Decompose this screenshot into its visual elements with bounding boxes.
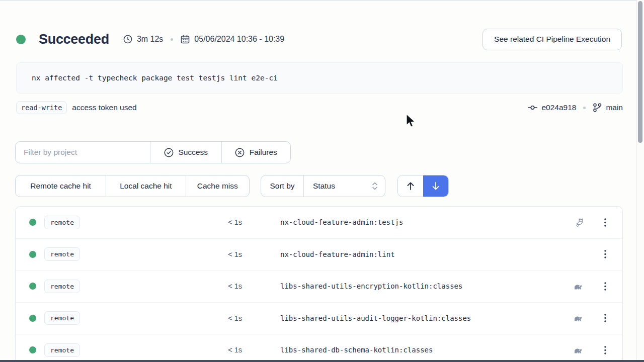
sort-field-select[interactable]: Status xyxy=(304,175,385,197)
status-dot xyxy=(29,251,36,258)
project-filter-input[interactable] xyxy=(16,142,150,163)
top-divider xyxy=(0,0,644,1)
success-filter-label: Success xyxy=(179,148,208,157)
task-row[interactable]: remote < 1s libs-shared-utils-encryption… xyxy=(16,270,622,303)
task-row[interactable]: remote < 1s nx-cloud-feature-admin:testj… xyxy=(16,207,622,239)
token-row: read-write access token used e024a918 ma… xyxy=(16,100,623,115)
task-name[interactable]: nx-cloud-feature-admin:lint xyxy=(280,250,395,258)
separator-dot xyxy=(171,38,173,41)
clock-icon xyxy=(123,35,132,44)
page-title: Succeeded xyxy=(39,32,109,47)
status-dot xyxy=(29,315,36,322)
task-name[interactable]: libs-shared-utils-audit-logger-kotlin:cl… xyxy=(280,314,471,322)
arrow-up-icon xyxy=(406,182,415,191)
cache-source-badge: remote xyxy=(44,216,80,229)
sort-ascending-button[interactable] xyxy=(398,175,423,197)
gradle-icon xyxy=(572,314,585,322)
scrollbar-track[interactable] xyxy=(636,0,644,360)
calendar-icon xyxy=(181,35,190,44)
task-row[interactable]: remote < 1s libs-shared-db-schema-kotlin… xyxy=(16,334,622,360)
run-header: Succeeded 3m 12s 05/06/2024 10:36 - 10:3… xyxy=(16,27,622,51)
task-duration: < 1s xyxy=(207,250,242,258)
row-menu-button[interactable] xyxy=(599,310,611,327)
task-row[interactable]: remote < 1s libs-shared-utils-audit-logg… xyxy=(16,303,622,335)
commit-hash[interactable]: e024a918 xyxy=(541,103,576,112)
commit-icon xyxy=(528,104,537,111)
run-duration: 3m 12s xyxy=(137,35,163,44)
task-duration: < 1s xyxy=(207,282,242,290)
run-command: nx affected -t typecheck package test te… xyxy=(16,62,623,94)
task-name[interactable]: nx-cloud-feature-admin:testjs xyxy=(280,218,403,226)
jest-icon xyxy=(572,217,585,228)
mouse-cursor xyxy=(406,114,417,131)
task-name[interactable]: libs-shared-utils-encryption-kotlin:clas… xyxy=(280,282,462,290)
arrow-down-icon xyxy=(431,182,440,191)
row-menu-button[interactable] xyxy=(599,278,611,295)
success-filter-button[interactable]: Success xyxy=(150,142,221,163)
cache-source-badge: remote xyxy=(44,247,80,261)
status-dot xyxy=(16,35,26,44)
access-token-badge: read-write xyxy=(16,101,67,114)
task-name[interactable]: libs-shared-db-schema-kotlin:classes xyxy=(280,346,433,354)
select-chevrons-icon xyxy=(372,182,378,190)
access-token-label: access token used xyxy=(72,103,136,112)
task-list: remote < 1s nx-cloud-feature-admin:testj… xyxy=(15,206,623,360)
run-date-range: 05/06/2024 10:36 - 10:39 xyxy=(194,35,284,44)
task-row[interactable]: remote < 1s nx-cloud-feature-admin:lint xyxy=(16,239,622,271)
failures-filter-label: Failures xyxy=(250,148,277,157)
branch-icon xyxy=(593,103,602,112)
failures-filter-button[interactable]: Failures xyxy=(222,142,290,163)
remote-cache-hit-button[interactable]: Remote cache hit xyxy=(16,175,106,197)
status-dot xyxy=(29,346,36,353)
bottom-edge xyxy=(0,360,644,362)
sort-field-value: Status xyxy=(313,182,335,191)
task-duration: < 1s xyxy=(207,218,242,226)
row-menu-button[interactable] xyxy=(599,341,611,358)
local-cache-hit-button[interactable]: Local cache hit xyxy=(106,175,185,197)
branch-name[interactable]: main xyxy=(606,103,623,112)
separator-dot xyxy=(583,107,586,109)
x-circle-icon xyxy=(235,148,245,157)
cache-source-badge: remote xyxy=(44,280,80,293)
cache-miss-button[interactable]: Cache miss xyxy=(186,175,249,197)
task-duration: < 1s xyxy=(207,346,242,354)
filter-bar: Success Failures xyxy=(15,141,291,163)
row-menu-button[interactable] xyxy=(599,214,611,231)
gradle-icon xyxy=(572,346,585,354)
cache-source-badge: remote xyxy=(44,343,80,357)
gradle-icon xyxy=(572,283,585,290)
sort-control: Sort by Status xyxy=(261,175,385,197)
task-duration: < 1s xyxy=(207,314,242,322)
cache-filter-group: Remote cache hit Local cache hit Cache m… xyxy=(15,175,250,197)
status-dot xyxy=(29,219,36,226)
cache-source-badge: remote xyxy=(44,311,80,325)
scrollbar-thumb[interactable] xyxy=(638,1,642,143)
sort-by-label: Sort by xyxy=(261,175,303,197)
see-related-pipeline-button[interactable]: See related CI Pipeline Execution xyxy=(482,29,622,50)
row-menu-button[interactable] xyxy=(599,246,611,263)
check-circle-icon xyxy=(164,148,174,157)
status-dot xyxy=(29,283,36,290)
sort-direction-toggle xyxy=(397,175,449,197)
sort-descending-button[interactable] xyxy=(423,175,448,197)
